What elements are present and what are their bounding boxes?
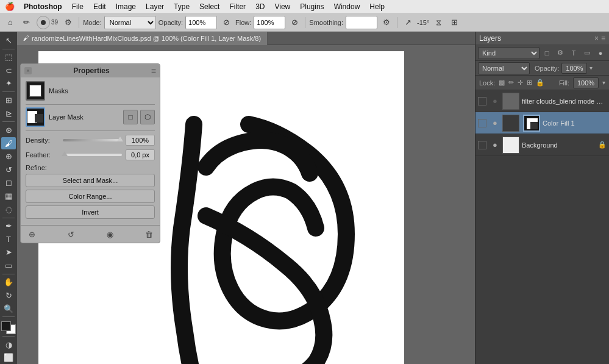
layers-collapse-icon[interactable]: ≡ bbox=[601, 34, 605, 43]
layer-visibility-checkbox[interactable] bbox=[478, 97, 486, 105]
menu-type[interactable]: Type bbox=[169, 1, 194, 12]
mask-thumbnail[interactable] bbox=[26, 81, 45, 101]
opacity-input[interactable] bbox=[185, 16, 217, 29]
gradient-tool[interactable]: ▦ bbox=[1, 190, 16, 202]
layer-thumbnail bbox=[502, 115, 519, 132]
layer-row[interactable]: ● Color Fill 1 bbox=[475, 112, 609, 134]
layer-visibility-checkbox[interactable] bbox=[478, 119, 486, 127]
vector-mask-btn[interactable]: ⬡ bbox=[140, 110, 155, 124]
refresh-icon[interactable]: ↺ bbox=[65, 228, 77, 240]
fill-arrow[interactable]: ▾ bbox=[602, 79, 605, 86]
menu-edit[interactable]: Edit bbox=[89, 1, 110, 12]
document-tab[interactable]: 🖌 randomizeLinesWithHardMixClouds.psd @ … bbox=[17, 32, 268, 45]
text-tool[interactable]: T bbox=[1, 233, 16, 246]
filter-pixel-icon[interactable]: □ bbox=[541, 47, 553, 59]
path-select-tool[interactable]: ➤ bbox=[1, 246, 16, 259]
density-slider[interactable] bbox=[63, 139, 122, 141]
menu-plugins[interactable]: Plugins bbox=[296, 1, 328, 12]
menu-image[interactable]: Image bbox=[112, 1, 140, 12]
move-tool[interactable]: ↖ bbox=[1, 34, 16, 47]
zoom-tool[interactable]: 🔍 bbox=[1, 302, 16, 315]
layer-visibility-toggle[interactable]: ● bbox=[490, 96, 500, 105]
menu-3d[interactable]: 3D bbox=[251, 1, 269, 12]
filter-smartobj-icon[interactable]: ● bbox=[594, 47, 607, 59]
invert-button[interactable]: Invert bbox=[26, 205, 155, 219]
opacity-pressure-icon[interactable]: ⊘ bbox=[219, 16, 233, 29]
brush-tool-icon[interactable]: ✏ bbox=[20, 16, 33, 29]
flow-input[interactable] bbox=[254, 16, 285, 29]
menu-photoshop[interactable]: Photoshop bbox=[20, 1, 66, 12]
brush-tool[interactable]: 🖌 bbox=[1, 137, 16, 150]
brush-settings-icon[interactable]: ⚙ bbox=[62, 16, 75, 29]
density-value[interactable]: 100% bbox=[126, 135, 155, 146]
pen-tool[interactable]: ✒ bbox=[1, 219, 16, 232]
filter-adjust-icon[interactable]: ⚙ bbox=[554, 47, 566, 59]
healing-tool[interactable]: ⊛ bbox=[1, 124, 16, 137]
select-and-mask-button[interactable]: Select and Mask... bbox=[26, 174, 155, 187]
eyedropper-tool[interactable]: ⊵ bbox=[1, 107, 16, 120]
layer-visibility-toggle[interactable]: ● bbox=[490, 140, 500, 149]
hand-tool[interactable]: ✋ bbox=[1, 276, 16, 289]
blur-tool[interactable]: ◌ bbox=[1, 203, 16, 216]
blend-mode-select[interactable]: Normal bbox=[478, 62, 530, 74]
lock-position-icon[interactable]: ✛ bbox=[518, 79, 523, 87]
marquee-tool[interactable]: ⬚ bbox=[1, 51, 16, 63]
feather-value[interactable]: 0,0 px bbox=[126, 149, 155, 160]
add-mask-icon[interactable]: ⊕ bbox=[26, 228, 38, 240]
brush-preview[interactable] bbox=[37, 16, 50, 29]
layer-kind-select[interactable]: Kind bbox=[478, 47, 540, 59]
lock-artboard-icon[interactable]: ⊞ bbox=[527, 79, 532, 87]
lasso-tool[interactable]: ⊂ bbox=[1, 64, 16, 77]
extra-icon[interactable]: ⊞ bbox=[447, 16, 461, 29]
foreground-color-swatch[interactable] bbox=[1, 321, 11, 331]
layer-visibility-toggle[interactable]: ● bbox=[490, 118, 500, 127]
view-mask-icon[interactable]: ◉ bbox=[104, 228, 116, 240]
panel-close-button[interactable]: × bbox=[24, 67, 32, 74]
screen-mode-tool[interactable]: ⬜ bbox=[1, 351, 16, 364]
menu-window[interactable]: Window bbox=[330, 1, 365, 12]
canvas-area[interactable]: × Properties ≡ Masks bbox=[17, 45, 475, 364]
home-icon[interactable]: ⌂ bbox=[4, 16, 17, 29]
layer-row[interactable]: ● filter clouds_blend mode hard mix bbox=[475, 90, 609, 112]
flow-pressure-icon[interactable]: ⊘ bbox=[288, 16, 301, 29]
lock-all-icon[interactable]: 🔒 bbox=[536, 79, 544, 87]
filter-shape-icon[interactable]: ▭ bbox=[581, 47, 593, 59]
pixel-mask-btn[interactable]: □ bbox=[123, 110, 138, 124]
filter-type-icon[interactable]: T bbox=[568, 47, 580, 59]
menu-file[interactable]: File bbox=[68, 1, 88, 12]
layer-mask-thumbnail[interactable] bbox=[26, 107, 45, 127]
menu-help[interactable]: Help bbox=[365, 1, 389, 12]
quick-mask-tool[interactable]: ◑ bbox=[1, 338, 16, 351]
symmetry-icon[interactable]: ⧖ bbox=[432, 16, 445, 29]
layer-row[interactable]: ● Background 🔒 bbox=[475, 134, 609, 156]
smoothing-options-icon[interactable]: ⚙ bbox=[380, 16, 393, 29]
layer-visibility-checkbox[interactable] bbox=[478, 141, 486, 149]
smoothing-input[interactable] bbox=[346, 16, 377, 29]
crop-tool[interactable]: ⊞ bbox=[1, 94, 16, 107]
feather-slider[interactable] bbox=[63, 154, 122, 156]
delete-mask-icon[interactable]: 🗑 bbox=[143, 228, 155, 240]
panel-header[interactable]: × Properties ≡ bbox=[21, 64, 160, 77]
panel-menu-button[interactable]: ≡ bbox=[151, 66, 156, 76]
shape-tool[interactable]: ▭ bbox=[1, 259, 16, 272]
mode-select[interactable]: Normal bbox=[104, 16, 156, 29]
lock-transparent-icon[interactable]: ▩ bbox=[499, 79, 505, 87]
menu-filter[interactable]: Filter bbox=[225, 1, 250, 12]
menu-select[interactable]: Select bbox=[195, 1, 224, 12]
lock-pixel-icon[interactable]: ✏ bbox=[508, 79, 514, 87]
opacity-input[interactable] bbox=[561, 63, 587, 74]
menu-view[interactable]: View bbox=[270, 1, 294, 12]
magic-wand-tool[interactable]: ✦ bbox=[1, 77, 16, 90]
angle-icon[interactable]: ↗ bbox=[401, 16, 415, 29]
color-swatches[interactable] bbox=[1, 321, 16, 334]
menu-layer[interactable]: Layer bbox=[141, 1, 168, 12]
opacity-arrow[interactable]: ▾ bbox=[589, 65, 593, 71]
rotate-tool[interactable]: ↻ bbox=[1, 289, 16, 302]
history-brush-tool[interactable]: ↺ bbox=[1, 163, 16, 176]
layers-panel: Layers × ≡ Kind □ ⚙ T ▭ ● Normal Opacity… bbox=[475, 32, 609, 364]
eraser-tool[interactable]: ◻ bbox=[1, 177, 16, 190]
color-range-button[interactable]: Color Range... bbox=[26, 190, 155, 203]
fill-input[interactable] bbox=[573, 77, 599, 88]
layers-close-icon[interactable]: × bbox=[594, 34, 599, 43]
clone-tool[interactable]: ⊕ bbox=[1, 150, 16, 163]
